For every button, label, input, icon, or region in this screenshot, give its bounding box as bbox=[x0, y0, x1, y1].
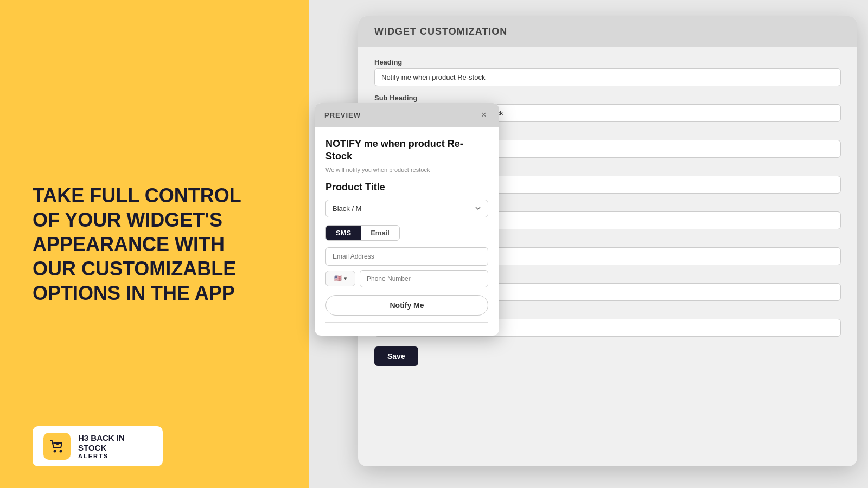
logo-name: H3 BACK IN STOCK bbox=[78, 433, 152, 453]
hero-text: TAKE FULL CONTROL OF YOUR WIDGET'S APPEA… bbox=[33, 183, 271, 305]
field-heading: Heading bbox=[374, 58, 841, 86]
save-button[interactable]: Save bbox=[374, 346, 418, 366]
svg-point-1 bbox=[60, 450, 62, 453]
preview-phone-row: 🇺🇸 ▾ bbox=[326, 270, 488, 287]
widget-card-header: WIDGET CUSTOMIZATION bbox=[358, 16, 857, 47]
preview-divider bbox=[326, 322, 488, 323]
tab-sms[interactable]: SMS bbox=[326, 226, 361, 240]
preview-tabs: SMS Email bbox=[326, 225, 400, 241]
preview-card-body: NOTIFY me when product Re-Stock We will … bbox=[315, 127, 499, 336]
preview-card-header: PREVIEW × bbox=[315, 103, 499, 127]
right-panel: WIDGET CUSTOMIZATION Heading Sub Heading… bbox=[309, 0, 868, 488]
preview-title: PREVIEW bbox=[324, 111, 361, 119]
preview-heading: NOTIFY me when product Re-Stock bbox=[326, 138, 488, 163]
label-heading: Heading bbox=[374, 58, 841, 66]
preview-variant-select[interactable]: Black / M bbox=[326, 200, 488, 217]
preview-phone-input[interactable] bbox=[360, 270, 488, 287]
label-subheading: Sub Heading bbox=[374, 94, 841, 102]
logo-subtitle: ALERTS bbox=[78, 453, 152, 459]
svg-point-0 bbox=[54, 450, 56, 453]
flag-emoji: 🇺🇸 bbox=[334, 275, 342, 282]
flag-chevron: ▾ bbox=[344, 275, 347, 282]
logo-icon bbox=[43, 433, 71, 460]
logo-container: H3 BACK IN STOCK ALERTS bbox=[33, 426, 163, 466]
input-heading[interactable] bbox=[374, 68, 841, 86]
widget-card-title: WIDGET CUSTOMIZATION bbox=[374, 26, 507, 37]
preview-product-title: Product Title bbox=[326, 182, 488, 193]
preview-email-input[interactable] bbox=[326, 247, 488, 266]
preview-card: PREVIEW × NOTIFY me when product Re-Stoc… bbox=[315, 103, 499, 336]
preview-close-button[interactable]: × bbox=[478, 110, 489, 120]
tab-email[interactable]: Email bbox=[361, 226, 399, 240]
logo-text: H3 BACK IN STOCK ALERTS bbox=[78, 433, 152, 459]
flag-selector[interactable]: 🇺🇸 ▾ bbox=[326, 271, 355, 286]
preview-subheading: We will notify you when product restock bbox=[326, 166, 488, 173]
notify-me-button[interactable]: Notify Me bbox=[326, 295, 488, 316]
left-panel: TAKE FULL CONTROL OF YOUR WIDGET'S APPEA… bbox=[0, 0, 309, 488]
